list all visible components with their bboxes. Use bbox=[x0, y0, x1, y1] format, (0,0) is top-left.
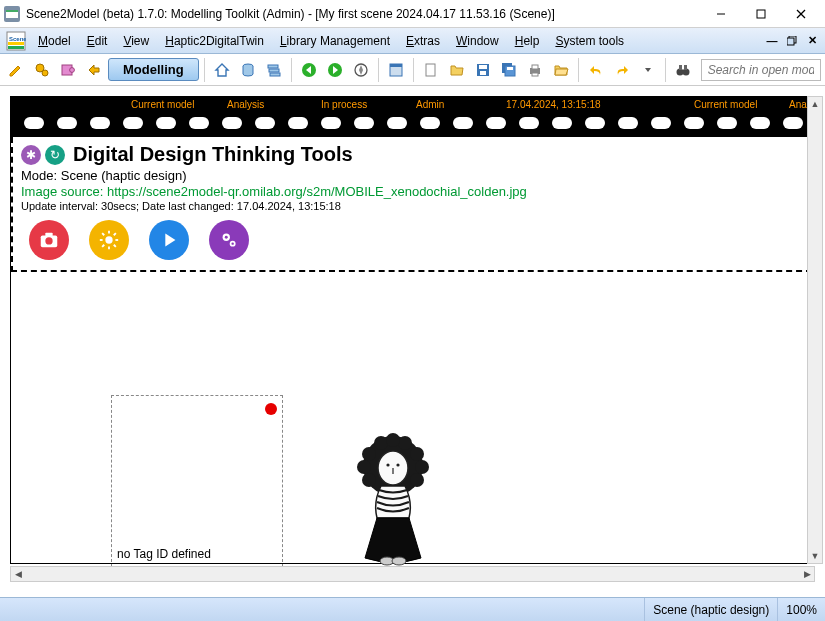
stack-icon[interactable] bbox=[262, 58, 286, 82]
header-title: Digital Design Thinking Tools bbox=[73, 143, 353, 166]
svg-point-65 bbox=[386, 433, 400, 447]
model-canvas[interactable]: Current model Analysis In process Admin … bbox=[10, 96, 813, 564]
close-button[interactable] bbox=[781, 2, 821, 26]
scroll-right-arrow[interactable]: ▶ bbox=[800, 567, 814, 581]
sun-button[interactable] bbox=[89, 220, 129, 260]
scroll-up-arrow[interactable]: ▲ bbox=[808, 97, 822, 111]
svg-rect-29 bbox=[480, 71, 486, 75]
purple-asterisk-icon: ✱ bbox=[21, 145, 41, 165]
filmstrip: Current model Analysis In process Admin … bbox=[11, 97, 812, 137]
svg-line-49 bbox=[114, 245, 116, 247]
statusbar: Scene (haptic design) 100% bbox=[0, 597, 825, 621]
horizontal-scrollbar[interactable]: ◀ ▶ bbox=[10, 566, 815, 582]
svg-point-58 bbox=[410, 447, 424, 461]
new-icon[interactable] bbox=[419, 58, 443, 82]
toolbar: Modelling bbox=[0, 54, 825, 86]
home-icon[interactable] bbox=[210, 58, 234, 82]
header-box: ✱ ↻ Digital Design Thinking Tools Mode: … bbox=[11, 137, 812, 272]
svg-point-63 bbox=[374, 436, 388, 450]
filmstrip-label: In process bbox=[321, 99, 367, 110]
undo-icon[interactable] bbox=[584, 58, 608, 82]
menubar: Scene Model Edit View Haptic2DigitalTwin… bbox=[0, 28, 825, 54]
menu-library-management[interactable]: Library Management bbox=[272, 30, 398, 52]
persona-figure[interactable] bbox=[351, 432, 435, 567]
svg-point-16 bbox=[70, 67, 75, 72]
open-icon[interactable] bbox=[445, 58, 469, 82]
menu-window[interactable]: Window bbox=[448, 30, 507, 52]
print-icon[interactable] bbox=[523, 58, 547, 82]
mdi-restore-button[interactable] bbox=[783, 33, 801, 49]
edit-icon[interactable] bbox=[4, 58, 28, 82]
settings-button[interactable] bbox=[209, 220, 249, 260]
save-icon[interactable] bbox=[471, 58, 495, 82]
camera-button[interactable] bbox=[29, 220, 69, 260]
scroll-down-arrow[interactable]: ▼ bbox=[808, 549, 822, 563]
svg-line-51 bbox=[114, 233, 116, 235]
menu-help[interactable]: Help bbox=[507, 30, 548, 52]
svg-point-41 bbox=[45, 237, 52, 244]
undo-dropdown-icon[interactable] bbox=[636, 58, 660, 82]
svg-line-50 bbox=[102, 245, 104, 247]
svg-rect-42 bbox=[45, 233, 52, 237]
search-box bbox=[701, 59, 821, 81]
tag-placeholder[interactable]: no Tag ID defined bbox=[111, 395, 283, 567]
back-icon[interactable] bbox=[297, 58, 321, 82]
update-line: Update interval: 30secs; Date last chang… bbox=[21, 200, 802, 212]
compass-icon[interactable] bbox=[349, 58, 373, 82]
mdi-minimize-button[interactable]: — bbox=[763, 33, 781, 49]
mdi-close-button[interactable]: ✕ bbox=[803, 33, 821, 49]
svg-rect-20 bbox=[270, 73, 280, 76]
puzzle-icon[interactable] bbox=[56, 58, 80, 82]
svg-rect-26 bbox=[426, 64, 435, 76]
tag-label: no Tag ID defined bbox=[117, 547, 211, 561]
open-folder-icon[interactable] bbox=[549, 58, 573, 82]
menu-haptic2digitaltwin[interactable]: Haptic2DigitalTwin bbox=[157, 30, 272, 52]
menu-edit[interactable]: Edit bbox=[79, 30, 116, 52]
svg-point-64 bbox=[398, 436, 412, 450]
svg-point-14 bbox=[42, 70, 48, 76]
svg-point-71 bbox=[392, 557, 406, 565]
status-zoom[interactable]: 100% bbox=[777, 598, 825, 621]
svg-rect-32 bbox=[507, 67, 513, 70]
minimize-button[interactable] bbox=[701, 2, 741, 26]
svg-rect-38 bbox=[679, 65, 682, 70]
window-icon[interactable] bbox=[384, 58, 408, 82]
play-button[interactable] bbox=[149, 220, 189, 260]
menu-extras[interactable]: Extras bbox=[398, 30, 448, 52]
svg-point-60 bbox=[415, 460, 429, 474]
svg-point-59 bbox=[357, 460, 371, 474]
maximize-button[interactable] bbox=[741, 2, 781, 26]
svg-point-62 bbox=[410, 473, 424, 487]
teal-refresh-icon: ↻ bbox=[45, 145, 65, 165]
menu-view[interactable]: View bbox=[115, 30, 157, 52]
filmstrip-label: Current model bbox=[694, 99, 757, 110]
filmstrip-label: Current model bbox=[131, 99, 194, 110]
svg-point-67 bbox=[386, 463, 389, 466]
svg-point-55 bbox=[231, 242, 233, 244]
gears-icon[interactable] bbox=[30, 58, 54, 82]
doc-icon: Scene bbox=[6, 31, 26, 51]
vertical-scrollbar[interactable]: ▲ ▼ bbox=[807, 96, 823, 564]
image-source-line: Image source: https://scene2model-qr.omi… bbox=[21, 184, 802, 199]
modelling-mode-chip[interactable]: Modelling bbox=[108, 58, 199, 81]
redo-icon[interactable] bbox=[610, 58, 634, 82]
forward-icon[interactable] bbox=[323, 58, 347, 82]
svg-rect-34 bbox=[532, 65, 538, 69]
svg-point-43 bbox=[105, 236, 112, 243]
mode-line: Mode: Scene (haptic design) bbox=[21, 168, 802, 183]
filmstrip-label: Admin bbox=[416, 99, 444, 110]
scroll-left-arrow[interactable]: ◀ bbox=[11, 567, 25, 581]
window-controls bbox=[701, 2, 821, 26]
svg-rect-2 bbox=[6, 10, 18, 12]
database-icon[interactable] bbox=[236, 58, 260, 82]
menu-system-tools[interactable]: System tools bbox=[547, 30, 632, 52]
svg-rect-12 bbox=[787, 38, 794, 45]
filmstrip-label: Analysis bbox=[227, 99, 264, 110]
search-input[interactable] bbox=[701, 59, 821, 81]
svg-rect-35 bbox=[532, 73, 538, 76]
import-icon[interactable] bbox=[82, 58, 106, 82]
menu-model[interactable]: Model bbox=[30, 30, 79, 52]
binoculars-icon[interactable] bbox=[671, 58, 695, 82]
mdi-controls: — ✕ bbox=[763, 33, 825, 49]
save-all-icon[interactable] bbox=[497, 58, 521, 82]
